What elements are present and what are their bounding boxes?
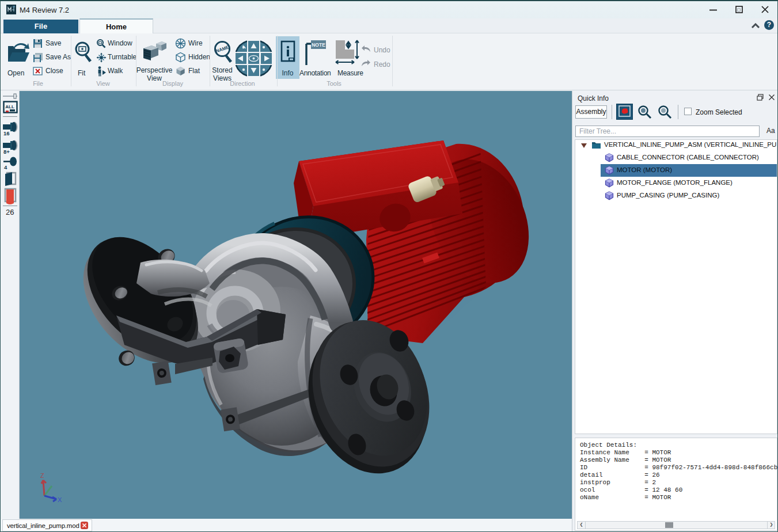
svg-text:Z: Z [40, 472, 44, 479]
svg-text:8+: 8+ [3, 149, 10, 154]
svg-text:4: 4 [4, 164, 7, 170]
svg-text:ALL: ALL [5, 104, 14, 109]
svg-text:X: X [58, 496, 62, 503]
svg-text:16: 16 [3, 130, 10, 136]
svg-text:NOTE: NOTE [312, 42, 325, 48]
